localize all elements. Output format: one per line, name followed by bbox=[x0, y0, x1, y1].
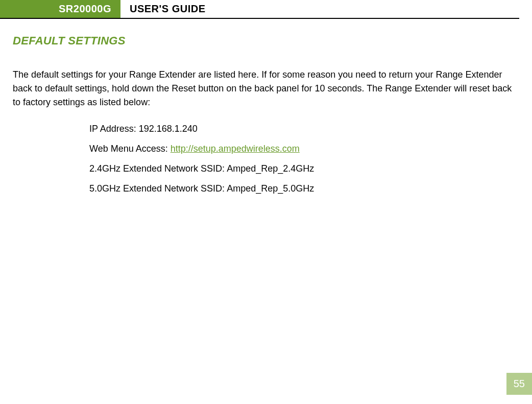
setting-value: Amped_Rep_2.4GHz bbox=[227, 163, 314, 174]
document-title: USER'S GUIDE bbox=[120, 3, 206, 15]
setting-label: IP Address: bbox=[89, 124, 139, 134]
header-bar: SR20000G USER'S GUIDE bbox=[0, 0, 519, 19]
page-number: 55 bbox=[506, 373, 532, 395]
setting-value: 192.168.1.240 bbox=[139, 124, 198, 134]
page-content: DEFAULT SETTINGS The default settings fo… bbox=[0, 19, 532, 196]
setting-label: 2.4GHz Extended Network SSID: bbox=[89, 163, 227, 174]
setting-label: Web Menu Access: bbox=[89, 144, 171, 154]
setting-ssid-24ghz: 2.4GHz Extended Network SSID: Amped_Rep_… bbox=[89, 162, 519, 176]
setting-web-menu: Web Menu Access: http://setup.ampedwirel… bbox=[89, 142, 519, 156]
web-menu-link[interactable]: http://setup.ampedwireless.com bbox=[171, 144, 300, 154]
setting-ssid-50ghz: 5.0GHz Extended Network SSID: Amped_Rep_… bbox=[89, 182, 519, 196]
settings-list: IP Address: 192.168.1.240 Web Menu Acces… bbox=[13, 122, 519, 196]
setting-ip-address: IP Address: 192.168.1.240 bbox=[89, 122, 519, 136]
section-heading: DEFAULT SETTINGS bbox=[13, 34, 519, 47]
setting-value: Amped_Rep_5.0GHz bbox=[227, 183, 314, 194]
intro-paragraph: The default settings for your Range Exte… bbox=[13, 68, 519, 109]
setting-label: 5.0GHz Extended Network SSID: bbox=[89, 183, 227, 194]
product-code-badge: SR20000G bbox=[0, 0, 120, 18]
